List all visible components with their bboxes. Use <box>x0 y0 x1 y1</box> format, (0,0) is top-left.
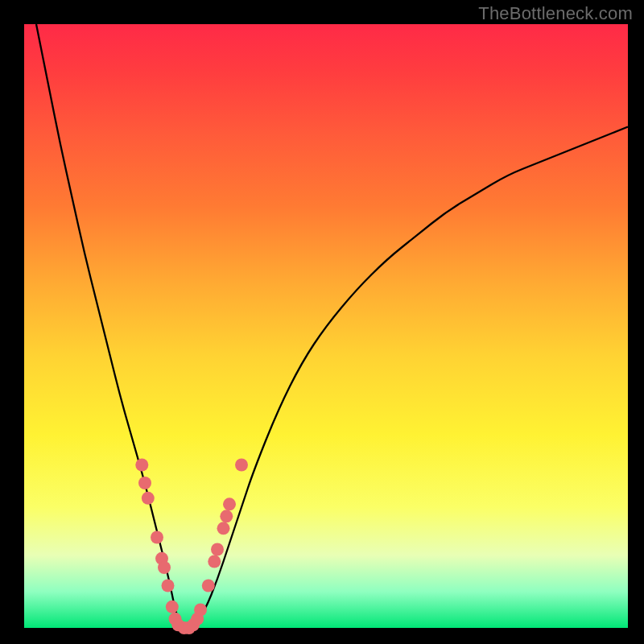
bottleneck-curve <box>36 24 628 628</box>
data-marker <box>211 543 224 556</box>
data-marker <box>235 459 248 472</box>
data-marker <box>217 522 230 535</box>
data-markers <box>135 459 248 635</box>
curve-svg <box>24 24 628 628</box>
data-marker <box>142 492 155 505</box>
plot-area <box>24 24 628 628</box>
data-marker <box>166 601 179 613</box>
data-marker <box>162 580 175 592</box>
data-marker <box>135 459 148 472</box>
data-marker <box>202 580 215 592</box>
data-marker <box>220 510 233 522</box>
chart-frame: TheBottleneck.com <box>0 0 644 644</box>
watermark-text: TheBottleneck.com <box>478 3 633 24</box>
data-marker <box>138 477 151 489</box>
data-marker <box>151 531 163 544</box>
data-marker <box>158 561 171 574</box>
data-marker <box>208 555 221 568</box>
data-marker <box>194 604 207 617</box>
data-marker <box>223 497 236 510</box>
